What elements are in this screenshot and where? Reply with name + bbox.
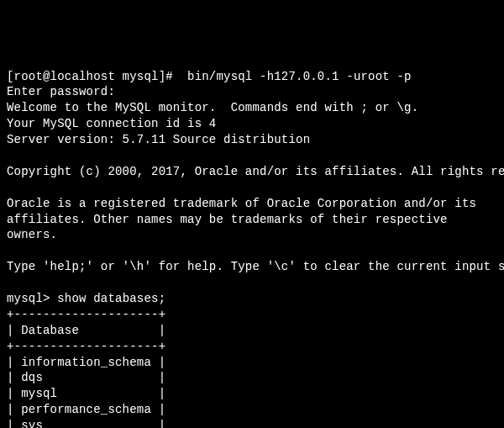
table-row: | performance_schema | [7, 403, 165, 416]
shell-command: bin/mysql -h127.0.0.1 -uroot -p [187, 70, 412, 83]
enter-password: Enter password: [7, 85, 115, 98]
table-header: | Database | [7, 324, 165, 337]
table-row: | dqs | [7, 371, 165, 384]
copyright-line: Copyright (c) 2000, 2017, Oracle and/or … [7, 165, 504, 178]
table-row: | information_schema | [7, 356, 165, 369]
trademark-line-3: owners. [7, 228, 57, 241]
mysql-prompt: mysql> [7, 292, 50, 305]
table-border-mid: +--------------------+ [7, 340, 165, 353]
mysql-command: show databases; [57, 292, 165, 305]
help-line: Type 'help;' or '\h' for help. Type '\c'… [7, 260, 504, 273]
table-row: | mysql | [7, 387, 165, 400]
shell-prompt: [root@localhost mysql]# [7, 70, 173, 83]
table-border-top: +--------------------+ [7, 308, 165, 321]
trademark-line-2: affiliates. Other names may be trademark… [7, 213, 448, 226]
welcome-line: Welcome to the MySQL monitor. Commands e… [7, 101, 418, 114]
table-row: | sys | [7, 419, 165, 428]
connection-id: Your MySQL connection id is 4 [7, 117, 216, 130]
server-version: Server version: 5.7.11 Source distributi… [7, 133, 310, 146]
trademark-line-1: Oracle is a registered trademark of Orac… [7, 197, 476, 210]
terminal[interactable]: [root@localhost mysql]# bin/mysql -h127.… [7, 69, 497, 428]
